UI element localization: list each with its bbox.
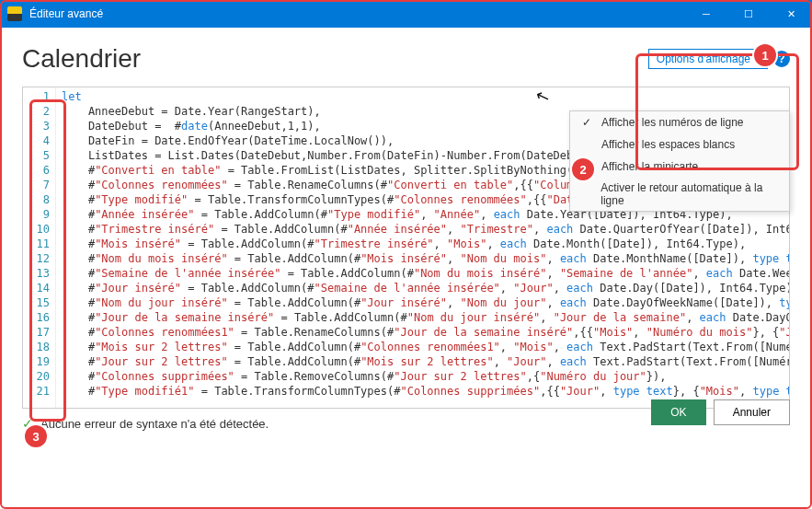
callout-2: 2 bbox=[572, 158, 594, 180]
code-line: #"Jour inséré" = Table.AddColumn(#"Semai… bbox=[62, 281, 783, 295]
dropdown-item-minimap[interactable]: Afficher la minicarte bbox=[570, 156, 789, 178]
display-options-dropdown: ✓ Afficher les numéros de ligne Afficher… bbox=[569, 110, 790, 212]
line-number: 19 bbox=[23, 354, 50, 369]
display-options-label: Options d'affichage bbox=[657, 52, 750, 65]
dropdown-item-label: Afficher les numéros de ligne bbox=[601, 116, 744, 129]
line-number: 20 bbox=[23, 369, 50, 384]
display-options-button[interactable]: Options d'affichage ▾ bbox=[648, 49, 768, 69]
dropdown-item-label: Activer le retour automatique à la ligne bbox=[600, 181, 780, 207]
line-number: 11 bbox=[23, 237, 50, 251]
line-number: 9 bbox=[23, 207, 50, 222]
line-number-gutter: 123456789101112131415161718192021 bbox=[23, 87, 56, 408]
status-text: Aucune erreur de syntaxe n'a été détecté… bbox=[40, 417, 269, 431]
code-line: #"Semaine de l'année insérée" = Table.Ad… bbox=[62, 266, 783, 281]
line-number: 1 bbox=[23, 89, 50, 104]
dropdown-item-line-numbers[interactable]: ✓ Afficher les numéros de ligne bbox=[570, 111, 789, 133]
code-line: #"Colonnes supprimées" = Table.RemoveCol… bbox=[62, 369, 783, 384]
dropdown-item-label: Afficher les espaces blancs bbox=[601, 138, 735, 151]
line-number: 3 bbox=[23, 119, 50, 133]
code-line: #"Jour sur 2 lettres" = Table.AddColumn(… bbox=[62, 354, 783, 369]
code-line: #"Type modifié1" = Table.TransformColumn… bbox=[62, 384, 783, 399]
line-number: 21 bbox=[23, 384, 50, 399]
code-line: #"Trimestre inséré" = Table.AddColumn(#"… bbox=[62, 222, 783, 237]
line-number: 13 bbox=[23, 266, 50, 281]
line-number: 7 bbox=[23, 178, 50, 192]
code-line: #"Jour de la semaine inséré" = Table.Add… bbox=[62, 310, 783, 325]
line-number: 6 bbox=[23, 163, 50, 178]
callout-1: 1 bbox=[754, 44, 776, 66]
callout-3: 3 bbox=[25, 425, 47, 447]
line-number: 16 bbox=[23, 310, 50, 325]
code-line: #"Nom du mois inséré" = Table.AddColumn(… bbox=[62, 251, 783, 266]
code-line: #"Mois inséré" = Table.AddColumn(#"Trime… bbox=[62, 237, 783, 251]
line-number: 15 bbox=[23, 295, 50, 310]
line-number: 18 bbox=[23, 340, 50, 354]
line-number: 10 bbox=[23, 222, 50, 237]
window-titlebar: Éditeur avancé ─ ☐ ✕ bbox=[0, 0, 812, 28]
line-number: 12 bbox=[23, 251, 50, 266]
line-number: 14 bbox=[23, 281, 50, 295]
line-number: 4 bbox=[23, 133, 50, 148]
dropdown-item-wordwrap[interactable]: Activer le retour automatique à la ligne bbox=[570, 178, 789, 211]
window-maximize-button[interactable]: ☐ bbox=[727, 0, 770, 28]
cancel-button[interactable]: Annuler bbox=[714, 399, 790, 425]
app-icon bbox=[7, 6, 22, 21]
line-number: 5 bbox=[23, 148, 50, 163]
code-line: #"Mois sur 2 lettres" = Table.AddColumn(… bbox=[62, 340, 783, 354]
check-icon: ✓ bbox=[579, 115, 594, 130]
code-line: #"Nom du jour inséré" = Table.AddColumn(… bbox=[62, 295, 783, 310]
dropdown-item-label: Afficher la minicarte bbox=[601, 160, 698, 173]
window-minimize-button[interactable]: ─ bbox=[685, 0, 727, 28]
window-close-button[interactable]: ✕ bbox=[770, 0, 812, 28]
code-line: #"Colonnes renommées1" = Table.RenameCol… bbox=[62, 325, 783, 340]
line-number: 17 bbox=[23, 325, 50, 340]
line-number: 2 bbox=[23, 104, 50, 119]
ok-button[interactable]: OK bbox=[651, 399, 705, 425]
line-number: 8 bbox=[23, 192, 50, 207]
code-line: let bbox=[62, 89, 783, 104]
dropdown-item-whitespace[interactable]: Afficher les espaces blancs bbox=[570, 133, 789, 156]
window-title: Éditeur avancé bbox=[29, 7, 103, 20]
page-title: Calendrier bbox=[22, 44, 141, 74]
